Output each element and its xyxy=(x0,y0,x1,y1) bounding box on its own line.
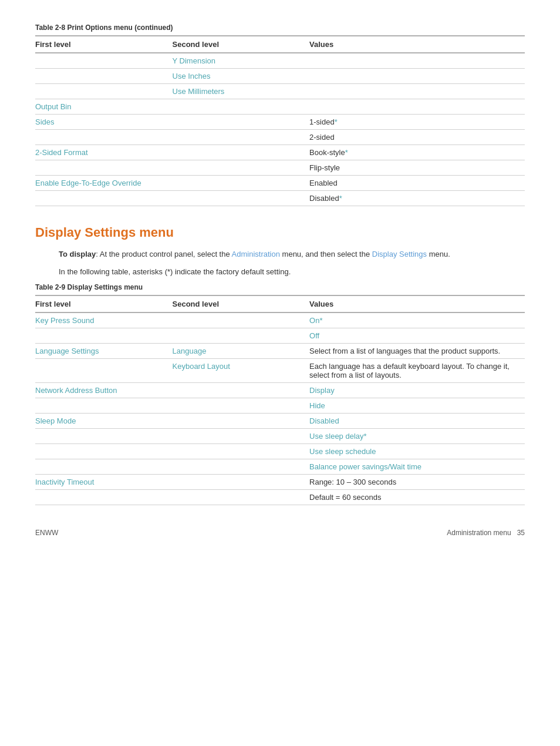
table2-cell-values: Range: 10 – 300 seconds xyxy=(309,475,525,490)
table2-cell-second xyxy=(173,383,310,398)
table2-cell-second xyxy=(173,414,310,429)
table2-cell-first: Sleep Mode xyxy=(35,414,173,429)
table2-cell-second xyxy=(173,398,310,414)
table2-cell-second xyxy=(173,444,310,459)
body1-mid: menu, and then select the xyxy=(280,250,372,258)
table1-row: Use Millimeters xyxy=(35,84,525,99)
table1-cell-values xyxy=(309,53,525,69)
table2-cell-first xyxy=(35,490,173,505)
table2-title-suffix: menu xyxy=(124,283,143,291)
table2-title-link: Display Settings xyxy=(67,283,122,291)
table2-cell-values: Display xyxy=(309,383,525,398)
table2-row: Balance power savings/Wait time xyxy=(35,459,525,475)
table1-cell-values: Disabled* xyxy=(309,191,525,206)
table2-cell-second xyxy=(173,475,310,490)
table1-cell-second xyxy=(173,99,310,115)
table2-cell-second xyxy=(173,328,310,344)
table2-title-number: Table 2-9 xyxy=(35,283,65,291)
table2-cell-second: Language xyxy=(173,344,310,359)
table2: First level Second level Values Key Pres… xyxy=(35,295,525,505)
table2-cell-first: Inactivity Timeout xyxy=(35,475,173,490)
table2-cell-first xyxy=(35,459,173,475)
table1-cell-second: Use Inches xyxy=(173,69,310,84)
table1-cell-first xyxy=(35,191,173,206)
table1-cell-values: Flip-style xyxy=(309,160,525,176)
table2-cell-first xyxy=(35,429,173,444)
table1-row: Flip-style xyxy=(35,160,525,176)
table1-cell-second xyxy=(173,145,310,160)
table1-cell-first: 2-Sided Format xyxy=(35,145,173,160)
table2-row: Network Address ButtonDisplay xyxy=(35,383,525,398)
table2-cell-second: Keyboard Layout xyxy=(173,359,310,383)
body1-suffix: menu. xyxy=(427,250,450,258)
table1-cell-values: 2-sided xyxy=(309,130,525,145)
table1-cell-second: Y Dimension xyxy=(173,53,310,69)
table2-row: Sleep ModeDisabled xyxy=(35,414,525,429)
table2-cell-values: Use sleep schedule xyxy=(309,444,525,459)
table1-cell-values xyxy=(309,84,525,99)
table2-row: Default = 60 seconds xyxy=(35,490,525,505)
table2-cell-values: Disabled xyxy=(309,414,525,429)
table2-cell-second xyxy=(173,429,310,444)
table2-row: Use sleep delay* xyxy=(35,429,525,444)
table2-title: Table 2-9 Display Settings menu xyxy=(35,283,525,291)
table1: First level Second level Values Y Dimens… xyxy=(35,35,525,206)
table2-cell-values: Default = 60 seconds xyxy=(309,490,525,505)
table1-cell-values xyxy=(309,99,525,115)
table1-row: Y Dimension xyxy=(35,53,525,69)
table2-cell-first: Network Address Button xyxy=(35,383,173,398)
table2-cell-first: Language Settings xyxy=(35,344,173,359)
footer-right-prefix: Administration menu xyxy=(447,529,511,537)
table1-header-first: First level xyxy=(35,36,173,53)
table2-row: Language SettingsLanguageSelect from a l… xyxy=(35,344,525,359)
table2-cell-first xyxy=(35,398,173,414)
table1-cell-first xyxy=(35,130,173,145)
table1-row: Output Bin xyxy=(35,99,525,115)
table1-title: Table 2-8 Print Options menu (continued) xyxy=(35,23,525,32)
table1-header-values: Values xyxy=(309,36,525,53)
table2-cell-first xyxy=(35,359,173,383)
table1-cell-first xyxy=(35,69,173,84)
table2-cell-values: Use sleep delay* xyxy=(309,429,525,444)
table1-cell-values: Enabled xyxy=(309,176,525,191)
display-settings-heading: Display Settings menu xyxy=(35,225,525,240)
table1-cell-first xyxy=(35,84,173,99)
footer-right: Administration menu 35 xyxy=(447,529,525,537)
table1-title-link: Print Options xyxy=(67,23,112,32)
body1-link1: Administration xyxy=(232,250,280,258)
table1-cell-second xyxy=(173,115,310,130)
table2-header-second: Second level xyxy=(173,295,310,312)
table2-row: Keyboard LayoutEach language has a defau… xyxy=(35,359,525,383)
body1-text: : At the product control panel, select t… xyxy=(96,250,231,258)
table1-title-number: Table 2-8 xyxy=(35,23,65,32)
table2-cell-second xyxy=(173,312,310,328)
table1-cell-second xyxy=(173,191,310,206)
table2-cell-values: Select from a list of languages that the… xyxy=(309,344,525,359)
table2-cell-first xyxy=(35,328,173,344)
table1-cell-first: Enable Edge-To-Edge Override xyxy=(35,176,173,191)
table2-row: Use sleep schedule xyxy=(35,444,525,459)
table1-row: Use Inches xyxy=(35,69,525,84)
table1-cell-second xyxy=(173,176,310,191)
table1-row: 2-Sided FormatBook-style* xyxy=(35,145,525,160)
table1-cell-first: Sides xyxy=(35,115,173,130)
table1-row: Sides1-sided* xyxy=(35,115,525,130)
table1-cell-values xyxy=(309,69,525,84)
body1-bold: To display xyxy=(59,250,96,258)
table2-cell-values: Off xyxy=(309,328,525,344)
table1-header-second: Second level xyxy=(173,36,310,53)
table1-cell-first: Output Bin xyxy=(35,99,173,115)
table2-cell-first xyxy=(35,444,173,459)
table2-cell-second xyxy=(173,459,310,475)
table1-title-suffix: menu (continued) xyxy=(114,23,173,32)
table2-cell-second xyxy=(173,490,310,505)
table1-cell-second xyxy=(173,130,310,145)
table1-cell-values: 1-sided* xyxy=(309,115,525,130)
table1-row: Disabled* xyxy=(35,191,525,206)
table1-cell-second: Use Millimeters xyxy=(173,84,310,99)
table2-cell-values: Hide xyxy=(309,398,525,414)
page-footer: ENWW Administration menu 35 xyxy=(35,529,525,537)
table1-cell-first xyxy=(35,160,173,176)
table2-row: Hide xyxy=(35,398,525,414)
table1-row: Enable Edge-To-Edge OverrideEnabled xyxy=(35,176,525,191)
